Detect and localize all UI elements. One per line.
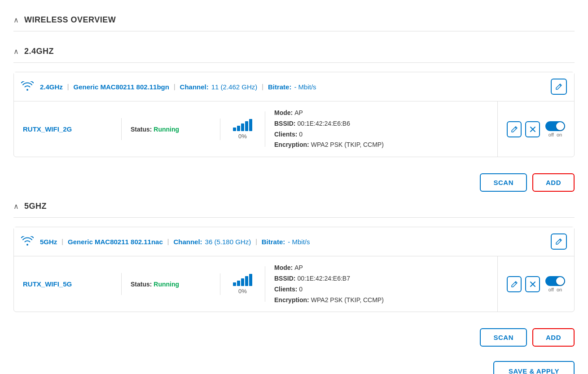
radio-band-2ghz: 2.4GHz [40, 83, 63, 91]
detail-encryption-5ghz: Encryption: WPA2 PSK (TKIP, CCMP) [274, 295, 488, 306]
radio-card-5ghz: 5GHz | Generic MAC80211 802.11nac | Chan… [13, 227, 575, 312]
ssid-details-cell-5ghz: Mode: AP BSSID: 00:1E:42:24:E6:B7 Client… [265, 256, 498, 312]
detail-mode-5ghz: Mode: AP [274, 263, 488, 273]
edit-ssid-5ghz-button[interactable] [507, 276, 522, 292]
ssid-row-5ghz: RUTX_WIFI_5G Status: Running 0% [14, 256, 574, 312]
ssid-actions-cell-2ghz: off on [498, 114, 574, 145]
ssid-name-cell-5ghz: RUTX_WIFI_5G [14, 273, 122, 295]
band-2ghz-title: 2.4GHZ [24, 47, 54, 56]
radio-bitrate-label-2ghz: Bitrate: [268, 83, 292, 91]
detail-clients-2ghz: Clients: 0 [274, 129, 488, 140]
bar2 [237, 126, 240, 131]
detail-clients-5ghz: Clients: 0 [274, 284, 488, 295]
bar3 [241, 278, 244, 286]
radio-channel-value-2ghz: 11 (2.462 GHz) [211, 83, 258, 91]
band-2ghz-chevron[interactable]: ∧ [13, 47, 19, 56]
wireless-overview-title: WIRELESS OVERVIEW [24, 15, 116, 25]
ssid-name-cell-2ghz: RUTX_WIFI_2G [14, 118, 122, 140]
wifi-icon-2ghz [21, 81, 34, 92]
band-5ghz-chevron[interactable]: ∧ [13, 202, 19, 211]
radio-header-2ghz: 2.4GHz | Generic MAC80211 802.11bgn | Ch… [14, 72, 574, 101]
bar4 [245, 121, 248, 131]
edit-ssid-2ghz-button[interactable] [507, 121, 522, 137]
signal-bars-5ghz [233, 273, 252, 286]
toggle-switch-5ghz[interactable] [545, 276, 565, 286]
toggle-wrap-2ghz[interactable]: off on [545, 121, 565, 137]
toggle-on-label-5ghz: on [557, 287, 562, 292]
detail-mode-2ghz: Mode: AP [274, 108, 488, 119]
toggle-switch-2ghz[interactable] [545, 121, 565, 131]
radio-channel-value-5ghz: 36 (5.180 GHz) [205, 238, 251, 246]
scan-5ghz-button[interactable]: SCAN [480, 328, 527, 347]
ssid-status-cell-2ghz: Status: Running [122, 119, 220, 140]
ssid-status-value-2ghz: Running [154, 126, 179, 133]
radio-driver-5ghz: Generic MAC80211 802.11nac [68, 238, 163, 246]
ssid-signal-pct-2ghz: 0% [238, 133, 247, 140]
band-5ghz-header: ∧ 5GHZ [13, 195, 575, 218]
band-2ghz-header: ∧ 2.4GHZ [13, 40, 575, 63]
signal-bars-2ghz [233, 119, 252, 131]
radio-bitrate-label-5ghz: Bitrate: [262, 238, 285, 246]
toggle-labels-2ghz: off on [549, 132, 562, 137]
delete-ssid-5ghz-button[interactable] [525, 276, 540, 292]
ssid-details-cell-2ghz: Mode: AP BSSID: 00:1E:42:24:E6:B6 Client… [265, 101, 498, 157]
toggle-wrap-5ghz[interactable]: off on [545, 276, 565, 292]
detail-bssid-2ghz: BSSID: 00:1E:42:24:E6:B6 [274, 119, 488, 129]
toggle-labels-5ghz: off on [549, 287, 562, 292]
wireless-overview-header: ∧ WIRELESS OVERVIEW [13, 9, 575, 31]
toggle-off-label-2ghz: off [549, 132, 554, 137]
toggle-knob-5ghz [556, 277, 564, 285]
edit-radio-5ghz-button[interactable] [551, 233, 567, 250]
radio-info-5ghz: 5GHz | Generic MAC80211 802.11nac | Chan… [40, 238, 544, 246]
ssid-actions-cell-5ghz: off on [498, 269, 574, 299]
radio-channel-label-5ghz: Channel: [173, 238, 202, 246]
ssid-status-label-2ghz: Status: [131, 126, 152, 133]
ssid-name-2ghz: RUTX_WIFI_2G [23, 125, 72, 133]
save-row: SAVE & APPLY [13, 350, 575, 374]
ssid-name-5ghz: RUTX_WIFI_5G [23, 280, 72, 288]
radio-bitrate-value-5ghz: - Mbit/s [288, 238, 310, 246]
ssid-status-cell-5ghz: Status: Running [122, 273, 220, 295]
edit-radio-2ghz-button[interactable] [551, 79, 567, 95]
band-5ghz-title: 5GHZ [24, 202, 47, 211]
bar5 [249, 119, 252, 131]
radio-bitrate-value-2ghz: - Mbit/s [294, 83, 316, 91]
radio-info-2ghz: 2.4GHz | Generic MAC80211 802.11bgn | Ch… [40, 83, 544, 91]
wireless-overview-chevron[interactable]: ∧ [13, 16, 19, 24]
radio-channel-label-2ghz: Channel: [180, 83, 209, 91]
bar1 [233, 282, 236, 286]
toggle-knob-2ghz [556, 122, 564, 130]
bar5 [249, 274, 252, 286]
ssid-signal-pct-5ghz: 0% [238, 288, 247, 295]
add-5ghz-button[interactable]: ADD [532, 328, 575, 347]
bar3 [241, 123, 244, 131]
save-apply-button[interactable]: SAVE & APPLY [493, 361, 575, 374]
radio-driver-2ghz: Generic MAC80211 802.11bgn [74, 83, 169, 91]
bar1 [233, 128, 236, 131]
wireless-overview-page: ∧ WIRELESS OVERVIEW ∧ 2.4GHZ 2.4GHz | Ge… [0, 0, 588, 374]
radio-band-5ghz: 5GHz [40, 238, 57, 246]
wifi-icon-5ghz [21, 236, 34, 247]
radio-header-5ghz: 5GHz | Generic MAC80211 802.11nac | Chan… [14, 227, 574, 256]
actions-row-5ghz: SCAN ADD [13, 321, 575, 350]
detail-encryption-2ghz: Encryption: WPA2 PSK (TKIP, CCMP) [274, 140, 488, 150]
toggle-on-label-2ghz: on [557, 132, 562, 137]
detail-bssid-5ghz: BSSID: 00:1E:42:24:E6:B7 [274, 273, 488, 284]
ssid-status-value-5ghz: Running [154, 281, 179, 288]
ssid-row-2ghz: RUTX_WIFI_2G Status: Running 0% [14, 101, 574, 157]
delete-ssid-2ghz-button[interactable] [525, 121, 540, 137]
ssid-signal-cell-2ghz: 0% [220, 111, 265, 147]
bar2 [237, 281, 240, 286]
toggle-off-label-5ghz: off [549, 287, 554, 292]
ssid-status-label-5ghz: Status: [131, 281, 152, 288]
ssid-signal-cell-5ghz: 0% [220, 266, 265, 302]
actions-row-2ghz: SCAN ADD [13, 166, 575, 195]
scan-2ghz-button[interactable]: SCAN [480, 173, 527, 192]
add-2ghz-button[interactable]: ADD [532, 173, 575, 192]
radio-card-2ghz: 2.4GHz | Generic MAC80211 802.11bgn | Ch… [13, 72, 575, 157]
bar4 [245, 276, 248, 286]
